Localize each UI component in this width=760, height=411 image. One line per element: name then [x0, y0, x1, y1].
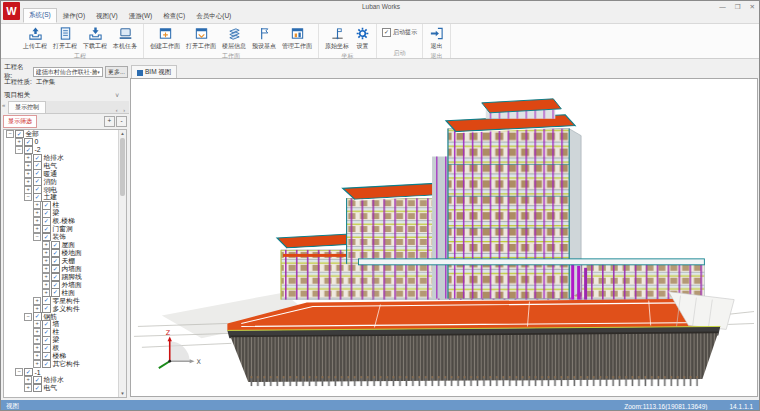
- settings-button[interactable]: 设置: [352, 25, 373, 52]
- collapse-icon[interactable]: −: [24, 313, 32, 321]
- tree-item[interactable]: +✓给排水: [4, 154, 120, 162]
- ribbon-group-label: 坐标: [322, 52, 373, 61]
- expand-all-button[interactable]: +: [104, 116, 115, 127]
- tree-item[interactable]: −✓钢筋: [4, 313, 120, 321]
- component-tree: −✓全部+✓0−✓-2+✓给排水+✓电气+✓暖通+✓消防+✓弱电−✓土建+✓柱+…: [4, 130, 120, 397]
- scroll-up-icon[interactable]: ▲: [119, 130, 126, 137]
- maximize-button[interactable]: ❐: [735, 1, 741, 12]
- tree-item[interactable]: +✓给排水: [4, 376, 120, 384]
- expand-icon[interactable]: +: [42, 249, 50, 257]
- tree-item[interactable]: +✓0: [4, 138, 120, 146]
- tree-item[interactable]: +✓墙: [4, 321, 120, 329]
- tree-item[interactable]: +✓柱: [4, 201, 120, 209]
- checkbox-checked[interactable]: ✓: [382, 28, 391, 37]
- chevron-down-icon[interactable]: ˅: [115, 92, 119, 99]
- button-label: 楼层信息: [222, 42, 246, 51]
- more-button[interactable]: 更多...: [105, 66, 128, 78]
- bim-cube-icon: [137, 70, 143, 76]
- collapse-icon[interactable]: −: [15, 368, 23, 376]
- panel-collapse-handle[interactable]: «: [2, 102, 5, 108]
- tree-item[interactable]: −✓全部: [4, 130, 120, 138]
- collapse-icon[interactable]: −: [33, 233, 41, 241]
- tree-item[interactable]: +✓弱电: [4, 186, 120, 194]
- scrollbar-thumb[interactable]: [120, 138, 125, 196]
- expand-icon[interactable]: +: [33, 344, 41, 352]
- collapse-icon[interactable]: −: [6, 130, 14, 138]
- axis-x-label: X: [197, 358, 202, 366]
- expand-icon[interactable]: +: [24, 384, 32, 392]
- collapse-icon[interactable]: −: [15, 146, 23, 154]
- tree-item[interactable]: +✓其它构件: [4, 360, 120, 368]
- tree-item[interactable]: +✓电气: [4, 162, 120, 170]
- startup-tip-checkbox-row[interactable]: ✓ 启动提示: [382, 28, 417, 37]
- upload-project-button[interactable]: 上传工程: [20, 25, 50, 52]
- luban-logo: W: [3, 2, 20, 20]
- collapse-all-button[interactable]: -: [116, 116, 127, 127]
- expand-icon[interactable]: +: [42, 273, 50, 281]
- tree-item[interactable]: +✓柱: [4, 328, 120, 336]
- menu-system[interactable]: 系统(S): [23, 8, 57, 23]
- tab-bim-view[interactable]: BIM 视图: [131, 65, 177, 79]
- expand-icon[interactable]: +: [33, 217, 41, 225]
- checkbox-checked[interactable]: ✓: [33, 384, 42, 393]
- expand-icon[interactable]: +: [42, 281, 50, 289]
- expand-icon[interactable]: +: [42, 257, 50, 265]
- scroll-down-icon[interactable]: ▼: [119, 390, 126, 397]
- expand-icon[interactable]: +: [24, 170, 32, 178]
- menu-member-center[interactable]: 会员中心(U): [191, 10, 236, 23]
- expand-icon[interactable]: +: [24, 162, 32, 170]
- tree-item[interactable]: +✓多义构件: [4, 305, 120, 313]
- expand-icon[interactable]: +: [24, 178, 32, 186]
- expand-icon[interactable]: +: [33, 209, 41, 217]
- expand-icon[interactable]: +: [24, 376, 32, 384]
- expand-icon[interactable]: +: [24, 186, 32, 194]
- exit-button[interactable]: 退出: [426, 25, 447, 52]
- collapse-icon[interactable]: −: [24, 193, 32, 201]
- local-tasks-button[interactable]: 本机任务: [110, 25, 140, 52]
- status-view-label: 视图: [6, 402, 19, 411]
- create-workset-button[interactable]: 创建工作面: [147, 25, 183, 52]
- expand-icon[interactable]: +: [33, 360, 41, 368]
- origin-coordinates-button[interactable]: 原始坐标: [322, 25, 352, 52]
- menu-roam[interactable]: 漫游(W): [124, 10, 157, 23]
- bim-3d-viewport[interactable]: Z X: [130, 78, 758, 397]
- expand-icon[interactable]: +: [33, 336, 41, 344]
- menu-operate[interactable]: 操作(O): [58, 10, 90, 23]
- floor-info-button[interactable]: 楼层信息: [219, 25, 249, 52]
- close-button[interactable]: ✕: [750, 1, 755, 12]
- download-project-button[interactable]: 下载工程: [80, 25, 110, 52]
- expand-icon[interactable]: +: [24, 154, 32, 162]
- manage-workset-button[interactable]: 管理工作面: [279, 25, 315, 52]
- expand-icon[interactable]: +: [15, 138, 23, 146]
- tree-item[interactable]: +✓梁: [4, 336, 120, 344]
- tab-display-control[interactable]: 显示控制: [8, 101, 46, 113]
- ribbon-group-startup: ✓ 启动提示 启动: [377, 24, 423, 58]
- menu-check[interactable]: 检查(C): [158, 10, 190, 23]
- tree-item[interactable]: +✓暖通: [4, 170, 120, 178]
- expand-icon[interactable]: +: [33, 201, 41, 209]
- expand-icon[interactable]: +: [33, 352, 41, 360]
- expand-icon[interactable]: +: [33, 320, 41, 328]
- expand-icon[interactable]: +: [42, 265, 50, 273]
- tree-item[interactable]: +✓电气: [4, 384, 120, 392]
- project-name-dropdown[interactable]: 建德市村仙合作联社-施工模型 ▾: [33, 67, 103, 77]
- expand-icon[interactable]: +: [33, 328, 41, 336]
- menu-view[interactable]: 视图(V): [91, 10, 123, 23]
- open-workset-button[interactable]: 打开工作面: [183, 25, 219, 52]
- ribbon-group-workset: 创建工作面 打开工作面 楼层信息 预设基点 管理工作面 工作面: [144, 24, 319, 58]
- button-label: 设置: [357, 42, 369, 51]
- expand-icon[interactable]: +: [33, 297, 41, 305]
- tree-scrollbar[interactable]: ▲ ▼: [118, 130, 126, 397]
- tree-item[interactable]: +✓消防: [4, 178, 120, 186]
- expand-icon[interactable]: +: [42, 241, 50, 249]
- checkbox-checked[interactable]: ✓: [42, 360, 51, 369]
- minimize-button[interactable]: —: [719, 1, 726, 12]
- tab-scroll-arrows[interactable]: ‹ ›: [116, 107, 129, 113]
- open-project-button[interactable]: 打开工程: [50, 25, 80, 52]
- tree-item-label: -2: [35, 146, 41, 153]
- display-filter-button[interactable]: 显示筛选: [3, 115, 37, 128]
- tree-item[interactable]: −✓土建: [4, 194, 120, 202]
- expand-icon[interactable]: +: [33, 225, 41, 233]
- project-related-header[interactable]: 项目相关: [4, 91, 30, 100]
- preset-basepoint-button[interactable]: 预设基点: [249, 25, 279, 52]
